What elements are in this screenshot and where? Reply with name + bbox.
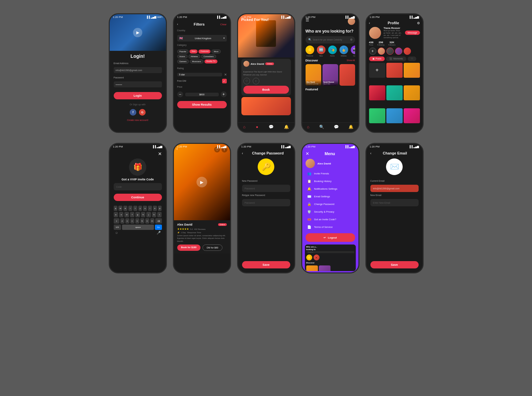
bell-nav-icon[interactable]: 🔔 bbox=[284, 125, 289, 129]
rating-close-icon[interactable]: ✕ bbox=[224, 73, 227, 76]
book-price-btn[interactable]: Book for $180 bbox=[177, 245, 200, 251]
save-email-btn[interactable]: Save bbox=[370, 261, 419, 268]
photo-7[interactable] bbox=[369, 108, 385, 123]
search-bar[interactable]: 🔍 Search for yor dream Celebrity ⚙ bbox=[306, 36, 355, 44]
price-plus-btn[interactable]: + bbox=[221, 91, 227, 97]
key-p[interactable]: p bbox=[158, 206, 162, 211]
share-icon[interactable]: ↑ bbox=[253, 78, 259, 84]
login-button[interactable]: Login bbox=[114, 92, 162, 99]
new-email-input[interactable]: Enter New Email bbox=[370, 199, 419, 206]
filter-icon[interactable]: ⚙ bbox=[350, 38, 352, 41]
key-return[interactable]: Go bbox=[155, 225, 162, 230]
cat-featured[interactable]: ⭐ Featured bbox=[306, 46, 314, 57]
mic-icon[interactable]: 🎤 bbox=[157, 231, 161, 235]
code-input[interactable]: Code bbox=[114, 183, 162, 190]
story-4[interactable] bbox=[404, 48, 411, 55]
search-nav-icon-2[interactable]: 🔍 bbox=[319, 125, 324, 129]
key-space[interactable]: space bbox=[122, 225, 154, 230]
menu-item-password[interactable]: 🔒 Change Password bbox=[305, 201, 356, 208]
key-k[interactable]: k bbox=[152, 212, 156, 217]
discover-card-1[interactable]: Alex David Whatever you say bbox=[306, 64, 321, 86]
key-h[interactable]: h bbox=[141, 212, 145, 217]
key-r[interactable]: r bbox=[128, 206, 132, 211]
price-minus-btn[interactable]: − bbox=[177, 91, 183, 97]
menu-item-invite-code[interactable]: 🎟️ Got an Invite Code? bbox=[305, 216, 356, 223]
close-button[interactable]: ✕ bbox=[158, 151, 162, 156]
chpwd-back-icon[interactable]: ‹ bbox=[242, 151, 243, 155]
logout-button[interactable]: ↩ Logout bbox=[306, 233, 355, 242]
cat-cam[interactable]: 📸 Cam bbox=[351, 46, 355, 57]
photo-3[interactable] bbox=[404, 63, 420, 78]
play-button[interactable]: ▶ bbox=[133, 28, 142, 37]
tag-reality[interactable]: Reality TV bbox=[204, 59, 218, 63]
search-nav-icon[interactable]: ● bbox=[256, 125, 258, 129]
filter-clear-btn[interactable]: Clear bbox=[220, 23, 226, 26]
tag-new[interactable]: New bbox=[190, 50, 198, 53]
google-button[interactable]: G bbox=[139, 109, 146, 116]
key-o[interactable]: o bbox=[153, 206, 157, 211]
menu-item-security[interactable]: 🛡️ Security & Privacy bbox=[305, 208, 356, 215]
current-email-input[interactable]: info@ild1390@gmail.com bbox=[370, 185, 419, 192]
photo-6[interactable] bbox=[404, 85, 420, 100]
cat-new[interactable]: 🆕 New bbox=[317, 46, 326, 57]
menu-close-icon[interactable]: ✕ bbox=[306, 151, 309, 156]
cat-athletes[interactable]: 🏅 Athletes bbox=[339, 46, 348, 57]
tag-athletes[interactable]: Athletes bbox=[189, 54, 200, 58]
emoji-icon[interactable]: ☺ bbox=[115, 231, 118, 235]
key-x[interactable]: x bbox=[125, 218, 129, 224]
add-story-btn[interactable]: + bbox=[369, 48, 376, 55]
key-s[interactable]: s bbox=[119, 212, 123, 217]
key-f[interactable]: f bbox=[130, 212, 134, 217]
discover-card-3[interactable] bbox=[339, 64, 355, 86]
key-l[interactable]: l bbox=[157, 212, 162, 217]
menu-item-booking[interactable]: 📋 Booking History bbox=[305, 178, 356, 185]
tag-comedians[interactable]: Comedians bbox=[201, 54, 216, 58]
key-e[interactable]: e bbox=[123, 206, 127, 211]
show-all-link[interactable]: Show All bbox=[347, 59, 355, 61]
key-t[interactable]: t bbox=[133, 206, 137, 211]
key-shift[interactable]: ⇧ bbox=[114, 218, 119, 224]
key-c[interactable]: c bbox=[130, 218, 134, 224]
menu-item-terms[interactable]: 📄 Terms of Service bbox=[305, 224, 356, 231]
key-w[interactable]: w bbox=[118, 206, 122, 211]
key-z[interactable]: z bbox=[120, 218, 124, 224]
moments-tab[interactable]: ⬛ Moments bbox=[386, 56, 406, 61]
key-n[interactable]: n bbox=[145, 218, 149, 224]
tag-more[interactable]: More bbox=[211, 50, 221, 53]
story-2[interactable] bbox=[386, 48, 394, 55]
tag-actors[interactable]: Actors bbox=[177, 54, 188, 58]
menu-item-invite[interactable]: 👥 Invite Friends bbox=[305, 170, 356, 177]
retype-input[interactable]: Password bbox=[242, 199, 290, 206]
menu-item-notifications[interactable]: 🔔 Notifications Settings bbox=[305, 185, 356, 192]
key-v[interactable]: v bbox=[135, 218, 139, 224]
home-nav-icon-2[interactable]: ⌂ bbox=[307, 125, 309, 129]
chat-nav-icon-2[interactable]: 💬 bbox=[334, 125, 339, 129]
new-pwd-input[interactable]: Password bbox=[242, 185, 290, 192]
book-button[interactable]: Book bbox=[243, 86, 289, 94]
profile-settings-icon[interactable]: ⚙ bbox=[417, 21, 420, 25]
heart-icon[interactable]: ♡ bbox=[243, 78, 250, 84]
tag-musicians[interactable]: Musicians bbox=[190, 59, 203, 63]
tag-gamers[interactable]: Gamers bbox=[177, 59, 189, 63]
key-123[interactable]: 123 bbox=[114, 225, 121, 230]
continue-button[interactable]: Continue bbox=[114, 194, 162, 201]
photo-8[interactable] bbox=[386, 108, 403, 123]
rating-value[interactable]: 5 star bbox=[177, 73, 222, 76]
key-j[interactable]: j bbox=[146, 212, 151, 217]
key-y[interactable]: y bbox=[138, 206, 142, 211]
photo-2[interactable] bbox=[386, 63, 403, 78]
key-d[interactable]: d bbox=[124, 212, 129, 217]
posts-tab[interactable]: ▣ Posts bbox=[369, 56, 385, 61]
dm-price-btn[interactable]: DM for $60 bbox=[202, 245, 223, 251]
tag-featured[interactable]: Featured bbox=[199, 50, 210, 53]
discover-card-2[interactable]: Sarah Bennet say it man bbox=[323, 64, 338, 86]
add-photo-btn[interactable]: + bbox=[369, 63, 385, 78]
heart-tab[interactable]: ♡ bbox=[408, 56, 416, 61]
key-m[interactable]: m bbox=[150, 218, 154, 224]
photo-4[interactable] bbox=[369, 85, 385, 100]
password-input[interactable]: •••••••• bbox=[114, 81, 162, 87]
show-results-button[interactable]: Show Results bbox=[177, 101, 227, 108]
message-button[interactable]: Message bbox=[405, 31, 420, 35]
key-a[interactable]: a bbox=[114, 212, 118, 217]
key-q[interactable]: q bbox=[114, 206, 118, 211]
